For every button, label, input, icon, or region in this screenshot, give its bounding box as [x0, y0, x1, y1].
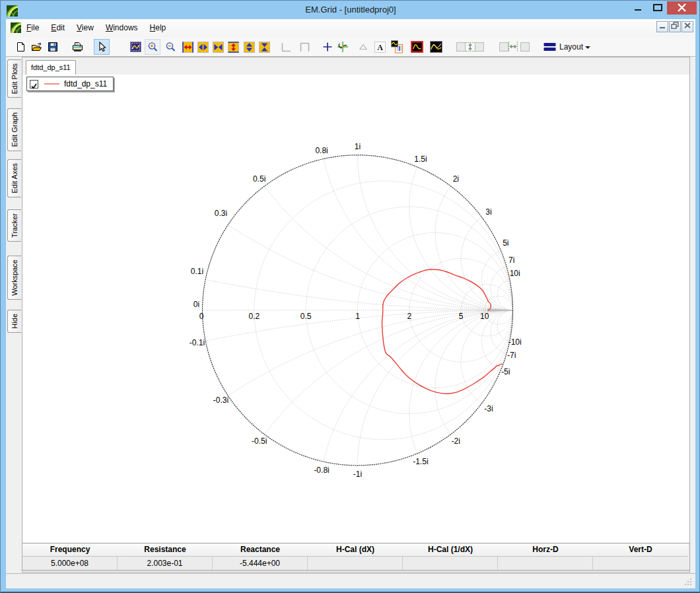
- pane-right-icon: [520, 42, 530, 52]
- layout-menu-icon: [543, 42, 556, 52]
- mdi-window-buttons: [656, 21, 693, 32]
- plot-report-icon: [391, 40, 403, 53]
- shrink-vertical-icon: [259, 42, 270, 53]
- multi-plot-button[interactable]: [428, 39, 444, 55]
- multi-plot-icon: [430, 41, 442, 53]
- plot-window-button[interactable]: [409, 39, 425, 55]
- mdi-restore-button[interactable]: [669, 21, 681, 32]
- menu-view[interactable]: View: [71, 19, 100, 37]
- sidebar-tab-workspace[interactable]: Workspace: [7, 256, 21, 300]
- expand-vertical-button[interactable]: [241, 39, 257, 55]
- readout-column: Frequency5.000e+08: [22, 543, 118, 570]
- smith-reactance-arc: [324, 159, 513, 310]
- menu-file[interactable]: File: [20, 19, 45, 37]
- sidebar-tab-tracker[interactable]: Tracker: [7, 209, 21, 242]
- minimize-button[interactable]: [628, 1, 648, 15]
- shrink-vertical-button[interactable]: [256, 39, 272, 55]
- expand-horizontal-icon: [197, 42, 209, 53]
- readout-column: H-Cal (dX): [308, 543, 403, 570]
- zoom-out-button[interactable]: [162, 39, 178, 55]
- window-title: EM.Grid - [untitledproj0]: [1, 5, 700, 15]
- legend-line-sample: [44, 83, 59, 85]
- mdi-minimize-button[interactable]: [656, 21, 668, 32]
- axes-corner-top-button: [297, 39, 312, 55]
- smith-grid-label: 10i: [510, 269, 520, 278]
- menu-windows[interactable]: Windows: [100, 19, 144, 37]
- open-file-icon: [31, 42, 43, 52]
- smith-grid-label: 5: [459, 312, 464, 321]
- fit-vertical-button[interactable]: [225, 39, 241, 55]
- text-annotation-button[interactable]: A: [372, 39, 388, 55]
- zoom-box-button[interactable]: [127, 39, 143, 55]
- print-button[interactable]: [69, 39, 85, 55]
- toolbar: ALayout: [6, 37, 695, 57]
- sidebar-tab-label: Workspace: [11, 256, 18, 299]
- menu-edit[interactable]: Edit: [45, 19, 71, 37]
- smith-chart: 00.20.5125100i0.1i-0.1i0.3i-0.3i0.5i-0.5…: [22, 75, 689, 543]
- smith-grid-label: -0.3i: [213, 396, 228, 405]
- crosshair-button[interactable]: [320, 39, 335, 55]
- readout-header: H-Cal (1/dX): [403, 543, 498, 557]
- sidebar-tab-edit-plots[interactable]: Edit Plots: [7, 59, 21, 98]
- fit-horizontal-button[interactable]: [180, 39, 195, 55]
- work-area: Edit PlotsEdit GraphEdit AxesTrackerWork…: [6, 57, 695, 573]
- smith-grid-label: -10i: [508, 337, 522, 347]
- tracker-axes-icon: [337, 41, 349, 53]
- open-file-button[interactable]: [29, 39, 45, 55]
- smith-grid-label: 5i: [503, 238, 508, 248]
- legend-label: fdtd_dp_s11: [64, 79, 107, 88]
- smith-grid-label: 0.5: [300, 312, 312, 321]
- smith-grid-label: -2i: [452, 436, 460, 446]
- check-icon: [30, 83, 38, 90]
- menu-help[interactable]: Help: [144, 19, 172, 37]
- zoom-box-icon: [130, 42, 141, 52]
- marker-triangle-icon: [358, 42, 368, 52]
- maximize-icon: [648, 1, 667, 15]
- title-bar[interactable]: EM.Grid - [untitledproj0]: [1, 1, 700, 19]
- close-icon: [667, 1, 697, 15]
- resize-grip-icon[interactable]: [683, 577, 693, 586]
- expand-horizontal-button[interactable]: [195, 39, 211, 55]
- smith-grid-label: 0i: [193, 300, 199, 309]
- dropdown-caret-icon: [585, 46, 590, 49]
- readout-column: Vert-D: [593, 543, 688, 570]
- layout-menu-button[interactable]: Layout: [541, 39, 593, 55]
- mdi-close-button[interactable]: [682, 21, 693, 32]
- readout-header: Resistance: [118, 543, 213, 557]
- shrink-horizontal-button[interactable]: [210, 39, 226, 55]
- tracker-axes-button[interactable]: [335, 39, 351, 55]
- smith-grid-label: 1: [355, 312, 360, 321]
- close-button[interactable]: [667, 1, 697, 15]
- close-icon: [682, 20, 693, 33]
- readout-header: Frequency: [22, 543, 118, 557]
- plot-report-button[interactable]: [389, 39, 405, 55]
- smith-grid-label: -0.5i: [252, 436, 267, 446]
- sidebar-tab-hide[interactable]: Hide: [7, 310, 21, 333]
- smith-grid-label: -1i: [353, 470, 362, 479]
- text-annotation-icon: A: [374, 42, 386, 53]
- expand-vertical-icon: [244, 42, 255, 53]
- smith-grid-label: 3i: [485, 207, 491, 217]
- axes-corner-top-icon: [299, 42, 310, 53]
- select-cursor-button[interactable]: [94, 39, 110, 55]
- smith-grid-label: -0.8i: [314, 466, 329, 475]
- smith-grid-label: -3i: [484, 404, 493, 413]
- document-logo-icon: [11, 22, 21, 33]
- maximize-button[interactable]: [648, 1, 667, 15]
- document-tab[interactable]: fdtd_dp_s11: [26, 60, 76, 75]
- readout-header: H-Cal (dX): [308, 543, 403, 557]
- readout-column: Horz-D: [498, 543, 593, 570]
- zoom-in-button[interactable]: [145, 39, 160, 55]
- zoom-out-icon: [165, 42, 176, 52]
- sidebar-tab-label: Hide: [11, 310, 18, 332]
- new-file-button[interactable]: [13, 39, 28, 55]
- smith-reactance-arc: [324, 310, 513, 462]
- smith-reactance-arc: [409, 167, 513, 310]
- save-file-button[interactable]: [45, 39, 61, 55]
- sidebar-tab-edit-graph[interactable]: Edit Graph: [7, 108, 21, 151]
- legend-box[interactable]: fdtd_dp_s11: [26, 77, 114, 91]
- readout-value: [403, 557, 498, 570]
- legend-checkbox[interactable]: [30, 80, 38, 88]
- sidebar-tab-edit-axes[interactable]: Edit Axes: [7, 159, 21, 197]
- crosshair-icon: [322, 42, 333, 52]
